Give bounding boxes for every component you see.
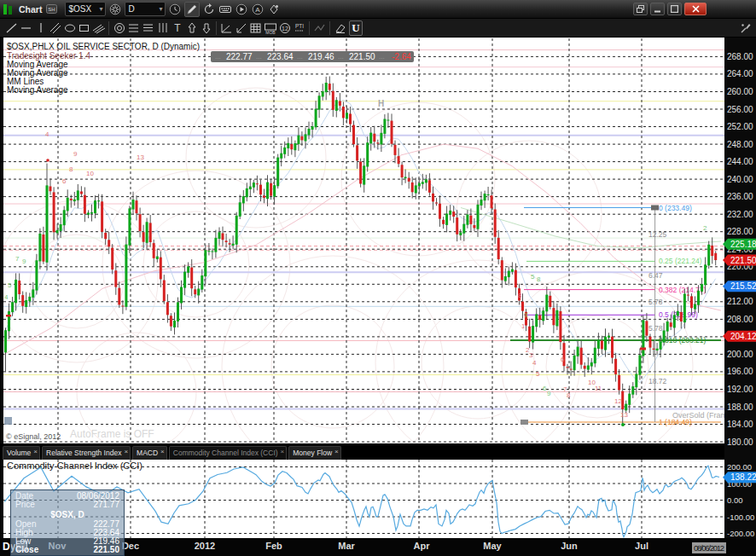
svg-text:196.00: 196.00 xyxy=(727,367,753,376)
svg-text:260.00: 260.00 xyxy=(727,87,753,96)
svg-text:5.78: 5.78 xyxy=(648,324,663,333)
svg-text:212.00: 212.00 xyxy=(727,297,753,306)
svg-text:215.52: 215.52 xyxy=(730,281,756,291)
svg-text:4: 4 xyxy=(532,359,537,367)
svg-text:Commodity Channel Index (CCI): Commodity Channel Index (CCI) xyxy=(7,460,142,471)
svg-text:9: 9 xyxy=(22,258,26,265)
svg-text:1: 1 xyxy=(521,322,526,330)
svg-text:...: ... xyxy=(379,53,385,61)
svg-text:5: 5 xyxy=(531,273,535,281)
svg-text:248.00: 248.00 xyxy=(727,140,753,149)
svg-text:11: 11 xyxy=(595,385,602,392)
svg-text:188.00: 188.00 xyxy=(727,403,753,412)
svg-text:-200.00: -200.00 xyxy=(727,529,754,538)
svg-text:221.50: 221.50 xyxy=(349,52,375,61)
svg-text:9: 9 xyxy=(73,150,78,158)
svg-text:0.618 (203.21): 0.618 (203.21) xyxy=(659,336,706,345)
svg-text:12: 12 xyxy=(614,397,622,405)
svg-text:222.77: 222.77 xyxy=(226,52,253,61)
svg-text:-2.64: -2.64 xyxy=(392,52,411,61)
svg-text:A: A xyxy=(256,6,261,14)
svg-text:12.25: 12.25 xyxy=(648,230,667,239)
svg-text:204.12: 204.12 xyxy=(730,332,756,341)
svg-text:5: 5 xyxy=(536,370,540,378)
svg-text:13: 13 xyxy=(620,411,628,419)
svg-text:223.64: 223.64 xyxy=(267,52,294,61)
svg-text:200.00: 200.00 xyxy=(727,462,752,472)
svg-text:AutoFrame is OFF: AutoFrame is OFF xyxy=(70,428,154,440)
svg-text:0.25 (221.24): 0.25 (221.24) xyxy=(659,257,702,265)
svg-text:268.00: 268.00 xyxy=(727,52,753,61)
svg-text:4: 4 xyxy=(4,293,9,301)
svg-text:T: T xyxy=(174,22,181,34)
svg-text:Feb: Feb xyxy=(265,541,282,551)
svg-text:9: 9 xyxy=(524,311,528,319)
svg-text:184.00: 184.00 xyxy=(727,420,753,429)
svg-text:...: ... xyxy=(338,53,344,61)
svg-text:MOB: MOB xyxy=(265,30,276,35)
svg-text:SH: SH xyxy=(49,7,55,12)
svg-text:10: 10 xyxy=(86,170,94,177)
svg-text:5: 5 xyxy=(8,281,12,289)
svg-text:225.18: 225.18 xyxy=(730,240,756,249)
svg-text:7: 7 xyxy=(15,255,20,263)
svg-text:208.00: 208.00 xyxy=(727,315,753,324)
svg-text:8: 8 xyxy=(537,275,541,283)
svg-text:221.50: 221.50 xyxy=(730,256,756,265)
svg-text:May: May xyxy=(483,541,502,551)
svg-text:200.00: 200.00 xyxy=(727,350,753,359)
svg-text:-100.00: -100.00 xyxy=(727,513,754,522)
svg-text:Mar: Mar xyxy=(338,541,355,551)
svg-text:18.72: 18.72 xyxy=(648,377,667,385)
svg-text:138.22: 138.22 xyxy=(730,472,756,482)
svg-text:180.00: 180.00 xyxy=(727,437,753,447)
svg-text:6.47: 6.47 xyxy=(648,271,663,280)
svg-text:08/06/2012: 08/06/2012 xyxy=(694,543,724,553)
svg-text:13: 13 xyxy=(137,153,144,161)
svg-text:232.00: 232.00 xyxy=(727,210,753,219)
svg-text:192.00: 192.00 xyxy=(727,385,753,394)
svg-text:8: 8 xyxy=(567,391,571,399)
svg-text:8: 8 xyxy=(518,292,522,299)
svg-text:PTI: PTI xyxy=(294,23,303,29)
svg-text:$OSX,PHLX OIL SERVICE SECTOR,: $OSX,PHLX OIL SERVICE SECTOR, D (Dynamic… xyxy=(7,42,200,51)
svg-text:6: 6 xyxy=(62,177,67,185)
svg-text:3: 3 xyxy=(529,351,533,359)
svg-text:236.00: 236.00 xyxy=(727,192,753,201)
svg-text:219.46: 219.46 xyxy=(308,52,334,61)
svg-text:...: ... xyxy=(297,53,303,61)
svg-text:4: 4 xyxy=(45,130,49,138)
svg-text:5.78: 5.78 xyxy=(648,298,663,306)
svg-text:OverSold (Fram: OverSold (Fram xyxy=(672,411,727,420)
svg-text:Apr: Apr xyxy=(414,541,431,551)
svg-text:Jun: Jun xyxy=(561,541,578,551)
svg-text:240.00: 240.00 xyxy=(727,175,753,184)
svg-text:9: 9 xyxy=(547,390,551,397)
svg-text:12: 12 xyxy=(282,25,288,31)
svg-text:...: ... xyxy=(215,53,221,61)
svg-text:© eSignal, 2012: © eSignal, 2012 xyxy=(6,432,61,441)
svg-text:256.00: 256.00 xyxy=(727,105,753,114)
svg-text:0 (233.49): 0 (233.49) xyxy=(659,204,692,212)
svg-text:H: H xyxy=(378,99,384,108)
svg-text:252.00: 252.00 xyxy=(727,122,753,131)
svg-text:264.00: 264.00 xyxy=(727,69,753,78)
svg-text:2: 2 xyxy=(703,224,707,232)
svg-text:6: 6 xyxy=(561,356,565,363)
svg-text:244.00: 244.00 xyxy=(727,157,753,166)
svg-text:2012: 2012 xyxy=(195,541,215,551)
svg-text:...: ... xyxy=(256,53,262,61)
svg-text:Moving Average: Moving Average xyxy=(7,85,68,95)
svg-text:0.00: 0.00 xyxy=(727,495,743,505)
svg-text:Jul: Jul xyxy=(635,541,648,551)
svg-text:228.00: 228.00 xyxy=(727,227,753,236)
svg-text:8: 8 xyxy=(69,165,73,173)
